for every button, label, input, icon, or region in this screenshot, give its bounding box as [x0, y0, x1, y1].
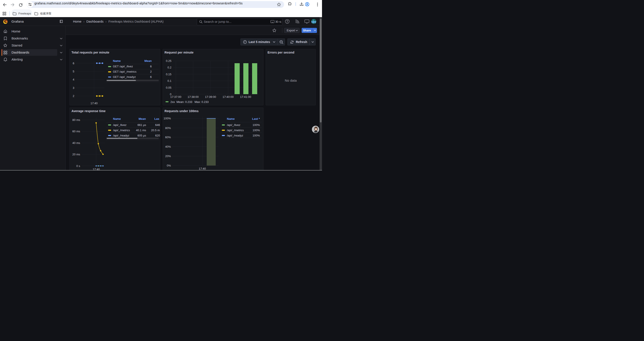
svg-text:0.2: 0.2 [167, 66, 171, 69]
svg-text:60%: 60% [165, 136, 171, 139]
svg-text:17:40: 17:40 [198, 167, 206, 170]
svg-text:0.05: 0.05 [166, 86, 171, 89]
svg-text:0.25: 0.25 [166, 59, 171, 63]
svg-text:0.15: 0.15 [166, 73, 171, 76]
svg-text:100%: 100% [164, 117, 171, 120]
svg-text:80%: 80% [165, 126, 171, 129]
svg-text:17:40:00: 17:40:00 [222, 95, 234, 99]
svg-text:2: 2 [73, 94, 74, 98]
svg-text:17:37:00: 17:37:00 [170, 95, 181, 99]
svg-text:40 ms: 40 ms [72, 141, 80, 145]
svg-text:40%: 40% [165, 145, 171, 148]
svg-text:6: 6 [73, 62, 74, 65]
svg-text:0%: 0% [166, 164, 171, 167]
svg-text:17:38:00: 17:38:00 [188, 95, 198, 99]
svg-text:17:40: 17:40 [90, 102, 98, 105]
svg-text:20 ms: 20 ms [72, 153, 80, 156]
svg-text:Max: 0.233: Max: 0.233 [194, 100, 208, 104]
svg-text:2xx: 2xx [170, 100, 175, 104]
svg-text:5: 5 [73, 70, 74, 73]
svg-text:0.1: 0.1 [167, 79, 171, 83]
svg-text:60 ms: 60 ms [72, 130, 80, 133]
svg-text:3: 3 [73, 86, 74, 90]
svg-text:17:39:00: 17:39:00 [205, 95, 216, 99]
svg-text:80 ms: 80 ms [72, 118, 80, 121]
svg-text:4: 4 [73, 78, 74, 81]
svg-text:20%: 20% [165, 154, 171, 158]
svg-text:Mean: 0.233: Mean: 0.233 [176, 100, 192, 104]
svg-text:17:41:00: 17:41:00 [240, 95, 251, 99]
svg-text:0 s: 0 s [76, 164, 80, 167]
